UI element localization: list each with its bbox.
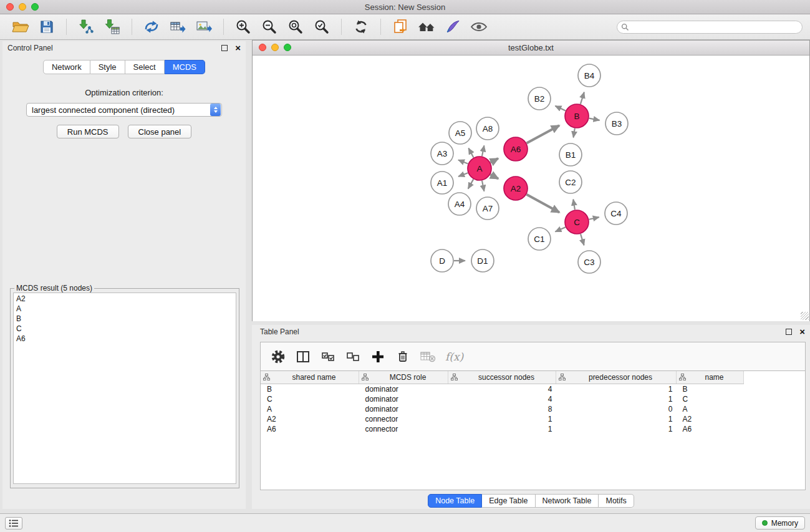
graph-edge-A-A1[interactable] xyxy=(458,173,468,177)
graph-edge-B-B2[interactable] xyxy=(555,106,566,111)
tab-network[interactable]: Network xyxy=(43,60,90,74)
export-table-icon[interactable] xyxy=(167,16,188,37)
network-canvas[interactable]: B4B2BB3A5A8A6B1A3AC2A1A2A4A7C4CC1C3DD1 xyxy=(253,56,809,321)
minimize-network-window-icon[interactable] xyxy=(271,44,279,51)
close-window-icon[interactable] xyxy=(6,3,14,11)
graph-edge-B-B1[interactable] xyxy=(574,128,575,138)
table-cell[interactable]: 8 xyxy=(448,404,556,414)
zoom-selected-icon[interactable] xyxy=(311,16,332,37)
save-session-icon[interactable] xyxy=(36,16,57,37)
table-cell[interactable]: dominator xyxy=(359,384,448,395)
tab-style[interactable]: Style xyxy=(90,60,125,74)
table-cell[interactable]: 1 xyxy=(448,414,556,424)
import-table-icon[interactable] xyxy=(102,16,123,37)
export-image-icon[interactable] xyxy=(193,16,215,37)
table-row[interactable]: A6connector11A6 xyxy=(261,424,744,434)
tab-node-table[interactable]: Node Table xyxy=(428,494,482,508)
zoom-fit-icon[interactable] xyxy=(285,16,306,37)
tab-edge-table[interactable]: Edge Table xyxy=(482,494,535,508)
table-cell[interactable]: B xyxy=(677,384,744,395)
mcds-result-item[interactable]: A2 xyxy=(14,294,236,304)
graph-node-B2[interactable]: B2 xyxy=(528,87,551,110)
delete-table-icon[interactable] xyxy=(418,347,438,367)
graph-edge-A-A7[interactable] xyxy=(482,181,484,191)
close-panel-icon[interactable]: × xyxy=(235,44,241,52)
deselect-all-columns-icon[interactable] xyxy=(343,347,363,367)
graph-node-C3[interactable]: C3 xyxy=(578,251,600,273)
task-history-icon[interactable] xyxy=(5,517,22,530)
table-cell[interactable]: A6 xyxy=(677,424,744,434)
zoom-window-icon[interactable] xyxy=(31,3,39,11)
graph-node-D[interactable]: D xyxy=(431,249,453,272)
import-network-icon[interactable] xyxy=(75,16,97,37)
table-cell[interactable]: 1 xyxy=(448,424,556,434)
zoom-out-icon[interactable] xyxy=(259,16,280,37)
run-mcds-button[interactable]: Run MCDS xyxy=(57,125,119,138)
graph-edge-C-C3[interactable] xyxy=(581,234,584,245)
network-graph[interactable]: B4B2BB3A5A8A6B1A3AC2A1A2A4A7C4CC1C3DD1 xyxy=(253,56,809,321)
table-cell[interactable]: 4 xyxy=(448,384,556,395)
table-cell[interactable]: connector xyxy=(359,424,448,434)
table-cell[interactable]: 1 xyxy=(556,394,677,404)
search-input[interactable] xyxy=(617,21,803,34)
graph-edge-A-A2[interactable] xyxy=(491,175,499,179)
table-cell[interactable]: connector xyxy=(359,414,448,424)
tab-network-table[interactable]: Network Table xyxy=(536,494,599,508)
copy-view-icon[interactable] xyxy=(390,16,411,37)
graph-node-A5[interactable]: A5 xyxy=(449,122,471,144)
network-window-titlebar[interactable]: testGlobe.txt xyxy=(253,41,809,56)
delete-column-icon[interactable] xyxy=(393,347,413,367)
mcds-result-item[interactable]: A xyxy=(14,304,236,314)
float-panel-icon[interactable] xyxy=(221,45,228,51)
table-cell[interactable]: B xyxy=(261,384,359,395)
table-cell[interactable]: 1 xyxy=(556,384,677,395)
table-cell[interactable]: A2 xyxy=(261,414,359,424)
close-table-panel-icon[interactable]: × xyxy=(799,328,805,336)
close-panel-button[interactable]: Close panel xyxy=(128,125,192,138)
graph-edge-C-C2[interactable] xyxy=(573,200,575,210)
table-cell[interactable]: A6 xyxy=(261,424,359,434)
graph-node-D1[interactable]: D1 xyxy=(471,249,494,272)
tab-select[interactable]: Select xyxy=(125,60,165,74)
graph-edge-A-A5[interactable] xyxy=(468,148,473,158)
graph-node-B3[interactable]: B3 xyxy=(605,112,628,135)
graph-edge-A-A4[interactable] xyxy=(468,179,474,188)
table-cell[interactable]: 1 xyxy=(556,424,677,434)
graph-node-A6[interactable]: A6 xyxy=(504,137,528,161)
resize-handle[interactable] xyxy=(801,312,809,320)
graph-edge-A2-C[interactable] xyxy=(527,195,560,213)
select-all-columns-icon[interactable] xyxy=(318,347,338,367)
annotations-icon[interactable] xyxy=(442,16,463,37)
apply-layout-icon[interactable] xyxy=(350,16,372,37)
graph-node-A7[interactable]: A7 xyxy=(476,197,499,220)
column-header-name[interactable]: name xyxy=(677,371,744,384)
graph-node-A1[interactable]: A1 xyxy=(431,172,453,194)
table-row[interactable]: Adominator80A xyxy=(261,404,744,414)
table-settings-gear-icon[interactable] xyxy=(268,347,288,367)
mcds-result-item[interactable]: C xyxy=(14,324,236,334)
graph-node-B4[interactable]: B4 xyxy=(578,64,600,87)
table-row[interactable]: Cdominator41C xyxy=(261,394,744,404)
zoom-in-icon[interactable] xyxy=(233,16,254,37)
column-header-MCDS-role[interactable]: MCDS role xyxy=(359,371,448,384)
table-row[interactable]: Bdominator41B xyxy=(261,384,744,395)
mcds-result-list[interactable]: A2ABCA6 xyxy=(13,293,236,484)
create-column-icon[interactable] xyxy=(368,347,388,367)
table-cell[interactable]: A xyxy=(261,404,359,414)
open-file-icon[interactable] xyxy=(10,16,31,37)
table-cell[interactable]: 0 xyxy=(556,404,677,414)
tab-motifs[interactable]: Motifs xyxy=(599,494,634,508)
zoom-network-window-icon[interactable] xyxy=(284,44,291,51)
mcds-result-item[interactable]: B xyxy=(14,314,236,324)
graph-node-A8[interactable]: A8 xyxy=(476,117,499,140)
graph-node-C[interactable]: C xyxy=(565,210,589,234)
show-columns-icon[interactable] xyxy=(293,347,313,367)
graph-node-A4[interactable]: A4 xyxy=(448,193,471,215)
graph-edge-A-A8[interactable] xyxy=(482,145,484,156)
graph-edge-C-C4[interactable] xyxy=(589,217,599,220)
graph-edge-C-C1[interactable] xyxy=(556,227,566,231)
graph-node-B1[interactable]: B1 xyxy=(559,143,582,166)
memory-button[interactable]: Memory xyxy=(755,516,805,530)
graph-node-C4[interactable]: C4 xyxy=(605,202,627,225)
graph-node-A2[interactable]: A2 xyxy=(504,177,528,200)
